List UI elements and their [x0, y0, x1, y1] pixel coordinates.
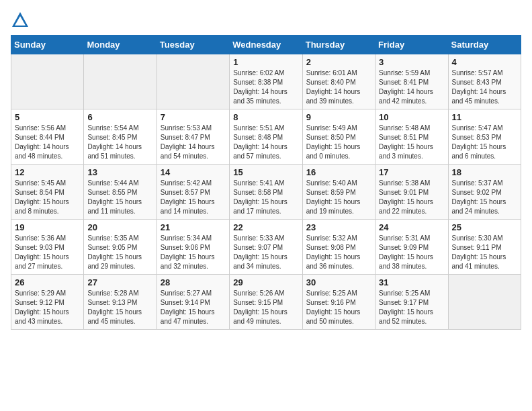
day-info: Sunrise: 5:38 AM Sunset: 9:01 PM Dayligh…	[379, 179, 444, 216]
day-cell: 23Sunrise: 5:32 AM Sunset: 9:08 PM Dayli…	[302, 220, 375, 275]
day-info: Sunrise: 5:31 AM Sunset: 9:09 PM Dayligh…	[379, 234, 444, 271]
day-cell: 19Sunrise: 5:36 AM Sunset: 9:03 PM Dayli…	[11, 220, 84, 275]
page-header	[11, 11, 521, 30]
day-info: Sunrise: 5:26 AM Sunset: 9:15 PM Dayligh…	[233, 289, 298, 326]
day-cell: 22Sunrise: 5:33 AM Sunset: 9:07 PM Dayli…	[230, 220, 302, 275]
week-row-2: 5Sunrise: 5:56 AM Sunset: 8:44 PM Daylig…	[11, 109, 521, 165]
day-info: Sunrise: 5:33 AM Sunset: 9:07 PM Dayligh…	[233, 234, 298, 271]
header-cell-sunday: Sunday	[11, 36, 84, 54]
day-cell: 26Sunrise: 5:29 AM Sunset: 9:12 PM Dayli…	[11, 275, 84, 330]
day-info: Sunrise: 5:53 AM Sunset: 8:47 PM Dayligh…	[161, 124, 226, 161]
day-cell: 27Sunrise: 5:28 AM Sunset: 9:13 PM Dayli…	[84, 275, 157, 330]
day-cell: 13Sunrise: 5:44 AM Sunset: 8:55 PM Dayli…	[84, 165, 157, 220]
day-info: Sunrise: 5:56 AM Sunset: 8:44 PM Dayligh…	[15, 124, 80, 161]
day-number: 23	[306, 222, 371, 232]
week-row-3: 12Sunrise: 5:45 AM Sunset: 8:54 PM Dayli…	[11, 165, 521, 220]
day-cell: 2Sunrise: 6:01 AM Sunset: 8:40 PM Daylig…	[302, 54, 375, 109]
header-cell-thursday: Thursday	[302, 36, 375, 54]
day-number: 20	[87, 222, 152, 232]
day-cell: 21Sunrise: 5:34 AM Sunset: 9:06 PM Dayli…	[157, 220, 229, 275]
day-info: Sunrise: 5:54 AM Sunset: 8:45 PM Dayligh…	[87, 124, 152, 161]
day-number: 19	[15, 222, 80, 232]
day-number: 21	[161, 222, 226, 232]
header-cell-saturday: Saturday	[448, 36, 521, 54]
calendar-table: SundayMondayTuesdayWednesdayThursdayFrid…	[11, 35, 521, 330]
day-cell: 31Sunrise: 5:25 AM Sunset: 9:17 PM Dayli…	[375, 275, 448, 330]
day-cell: 10Sunrise: 5:48 AM Sunset: 8:51 PM Dayli…	[375, 109, 448, 165]
day-cell	[157, 54, 229, 109]
day-number: 4	[452, 57, 517, 67]
day-info: Sunrise: 5:42 AM Sunset: 8:57 PM Dayligh…	[161, 179, 226, 216]
week-row-4: 19Sunrise: 5:36 AM Sunset: 9:03 PM Dayli…	[11, 220, 521, 275]
day-cell: 18Sunrise: 5:37 AM Sunset: 9:02 PM Dayli…	[448, 165, 521, 220]
day-number: 25	[452, 222, 517, 232]
day-info: Sunrise: 5:37 AM Sunset: 9:02 PM Dayligh…	[452, 179, 517, 216]
day-info: Sunrise: 5:49 AM Sunset: 8:50 PM Dayligh…	[306, 124, 371, 161]
day-number: 28	[161, 277, 226, 287]
day-info: Sunrise: 5:59 AM Sunset: 8:41 PM Dayligh…	[379, 68, 444, 106]
day-number: 14	[161, 167, 226, 177]
day-info: Sunrise: 5:34 AM Sunset: 9:06 PM Dayligh…	[161, 234, 226, 271]
day-info: Sunrise: 5:44 AM Sunset: 8:55 PM Dayligh…	[87, 179, 152, 216]
day-info: Sunrise: 5:35 AM Sunset: 9:05 PM Dayligh…	[87, 234, 152, 271]
day-info: Sunrise: 5:36 AM Sunset: 9:03 PM Dayligh…	[15, 234, 80, 271]
day-cell: 20Sunrise: 5:35 AM Sunset: 9:05 PM Dayli…	[84, 220, 157, 275]
day-info: Sunrise: 6:02 AM Sunset: 8:38 PM Dayligh…	[233, 68, 298, 106]
day-info: Sunrise: 5:47 AM Sunset: 8:53 PM Dayligh…	[452, 124, 517, 161]
day-cell: 24Sunrise: 5:31 AM Sunset: 9:09 PM Dayli…	[375, 220, 448, 275]
day-number: 1	[233, 57, 298, 67]
header-cell-friday: Friday	[375, 36, 448, 54]
day-cell: 12Sunrise: 5:45 AM Sunset: 8:54 PM Dayli…	[11, 165, 84, 220]
day-info: Sunrise: 5:40 AM Sunset: 8:59 PM Dayligh…	[306, 179, 371, 216]
day-number: 11	[452, 112, 517, 122]
day-cell: 4Sunrise: 5:57 AM Sunset: 8:43 PM Daylig…	[448, 54, 521, 109]
day-number: 10	[379, 112, 444, 122]
day-cell: 7Sunrise: 5:53 AM Sunset: 8:47 PM Daylig…	[157, 109, 229, 165]
day-number: 16	[306, 167, 371, 177]
day-number: 9	[306, 112, 371, 122]
day-number: 2	[306, 57, 371, 67]
logo	[11, 11, 32, 30]
day-info: Sunrise: 5:27 AM Sunset: 9:14 PM Dayligh…	[161, 289, 226, 326]
day-cell: 16Sunrise: 5:40 AM Sunset: 8:59 PM Dayli…	[302, 165, 375, 220]
day-number: 30	[306, 277, 371, 287]
header-cell-wednesday: Wednesday	[230, 36, 302, 54]
day-info: Sunrise: 5:25 AM Sunset: 9:17 PM Dayligh…	[379, 289, 444, 326]
day-number: 24	[379, 222, 444, 232]
day-info: Sunrise: 5:25 AM Sunset: 9:16 PM Dayligh…	[306, 289, 371, 326]
day-cell: 29Sunrise: 5:26 AM Sunset: 9:15 PM Dayli…	[230, 275, 302, 330]
day-cell: 9Sunrise: 5:49 AM Sunset: 8:50 PM Daylig…	[302, 109, 375, 165]
day-info: Sunrise: 5:28 AM Sunset: 9:13 PM Dayligh…	[87, 289, 152, 326]
day-cell: 11Sunrise: 5:47 AM Sunset: 8:53 PM Dayli…	[448, 109, 521, 165]
day-number: 12	[15, 167, 80, 177]
day-cell	[84, 54, 157, 109]
day-cell	[448, 275, 521, 330]
day-number: 15	[233, 167, 298, 177]
header-cell-monday: Monday	[84, 36, 157, 54]
day-number: 6	[87, 112, 152, 122]
day-cell: 17Sunrise: 5:38 AM Sunset: 9:01 PM Dayli…	[375, 165, 448, 220]
day-cell	[11, 54, 84, 109]
day-cell: 25Sunrise: 5:30 AM Sunset: 9:11 PM Dayli…	[448, 220, 521, 275]
day-number: 8	[233, 112, 298, 122]
day-cell: 28Sunrise: 5:27 AM Sunset: 9:14 PM Dayli…	[157, 275, 229, 330]
day-cell: 3Sunrise: 5:59 AM Sunset: 8:41 PM Daylig…	[375, 54, 448, 109]
day-number: 29	[233, 277, 298, 287]
day-number: 3	[379, 57, 444, 67]
day-cell: 30Sunrise: 5:25 AM Sunset: 9:16 PM Dayli…	[302, 275, 375, 330]
day-cell: 6Sunrise: 5:54 AM Sunset: 8:45 PM Daylig…	[84, 109, 157, 165]
day-cell: 14Sunrise: 5:42 AM Sunset: 8:57 PM Dayli…	[157, 165, 229, 220]
week-row-1: 1Sunrise: 6:02 AM Sunset: 8:38 PM Daylig…	[11, 54, 521, 109]
logo-icon	[11, 11, 30, 30]
day-info: Sunrise: 6:01 AM Sunset: 8:40 PM Dayligh…	[306, 68, 371, 106]
day-cell: 1Sunrise: 6:02 AM Sunset: 8:38 PM Daylig…	[230, 54, 302, 109]
day-info: Sunrise: 5:57 AM Sunset: 8:43 PM Dayligh…	[452, 68, 517, 106]
day-cell: 15Sunrise: 5:41 AM Sunset: 8:58 PM Dayli…	[230, 165, 302, 220]
day-info: Sunrise: 5:51 AM Sunset: 8:48 PM Dayligh…	[233, 124, 298, 161]
header-cell-tuesday: Tuesday	[157, 36, 229, 54]
day-number: 31	[379, 277, 444, 287]
day-number: 18	[452, 167, 517, 177]
day-number: 26	[15, 277, 80, 287]
day-info: Sunrise: 5:41 AM Sunset: 8:58 PM Dayligh…	[233, 179, 298, 216]
day-info: Sunrise: 5:48 AM Sunset: 8:51 PM Dayligh…	[379, 124, 444, 161]
